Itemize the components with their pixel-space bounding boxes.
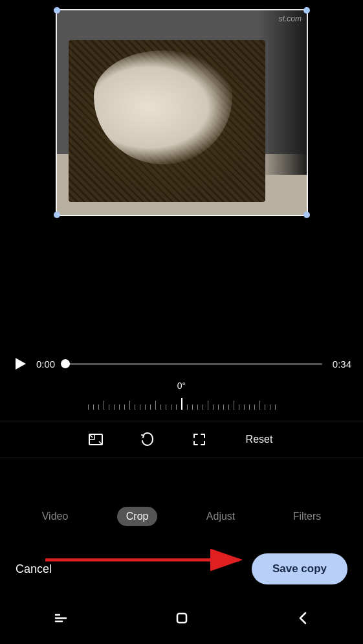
tab-filters[interactable]: Filters	[284, 507, 331, 526]
time-end: 0:34	[329, 359, 351, 370]
nav-back-icon[interactable]	[290, 605, 316, 631]
ruler-ticks	[88, 398, 276, 410]
playback-row: 0:00 0:34	[0, 355, 363, 373]
play-icon	[16, 358, 26, 370]
video-preview: st.com	[0, 0, 363, 362]
cancel-button[interactable]: Cancel	[16, 562, 52, 576]
rotate-tool[interactable]	[137, 429, 158, 450]
play-button[interactable]	[12, 355, 30, 373]
right-shadow	[258, 9, 308, 175]
nav-home-icon[interactable]	[169, 605, 195, 631]
rotation-area: 0°	[0, 381, 363, 412]
crop-free-icon	[190, 430, 208, 449]
rotation-ruler[interactable]	[0, 396, 363, 412]
back-chevron-icon	[294, 609, 312, 627]
progress-thumb[interactable]	[61, 359, 70, 368]
watermark-text: st.com	[279, 14, 302, 23]
svg-rect-9	[177, 614, 186, 623]
tab-adjust[interactable]: Adjust	[197, 507, 244, 526]
menu-icon	[52, 609, 70, 627]
progress-bar[interactable]	[65, 363, 322, 365]
aspect-ratio-icon	[87, 430, 105, 449]
home-square-icon	[173, 609, 191, 627]
nav-menu-icon[interactable]	[48, 605, 74, 631]
tab-video[interactable]: Video	[33, 507, 78, 526]
reset-button[interactable]: Reset	[241, 431, 278, 448]
tab-crop[interactable]: Crop	[117, 507, 158, 526]
dog-photo: st.com	[56, 9, 308, 216]
aspect-ratio-tool[interactable]	[85, 429, 106, 450]
time-start: 0:00	[36, 359, 59, 370]
tab-bar: Video Crop Adjust Filters	[0, 499, 363, 534]
image-crop-container[interactable]: st.com	[56, 9, 308, 216]
system-nav	[0, 592, 363, 644]
crop-free-tool[interactable]	[189, 429, 210, 450]
tools-row: Reset	[0, 421, 363, 458]
action-bar: Cancel Save copy	[0, 553, 363, 584]
rotate-icon	[138, 430, 157, 449]
rotation-value: 0°	[177, 381, 186, 391]
save-copy-button[interactable]: Save copy	[252, 553, 347, 584]
